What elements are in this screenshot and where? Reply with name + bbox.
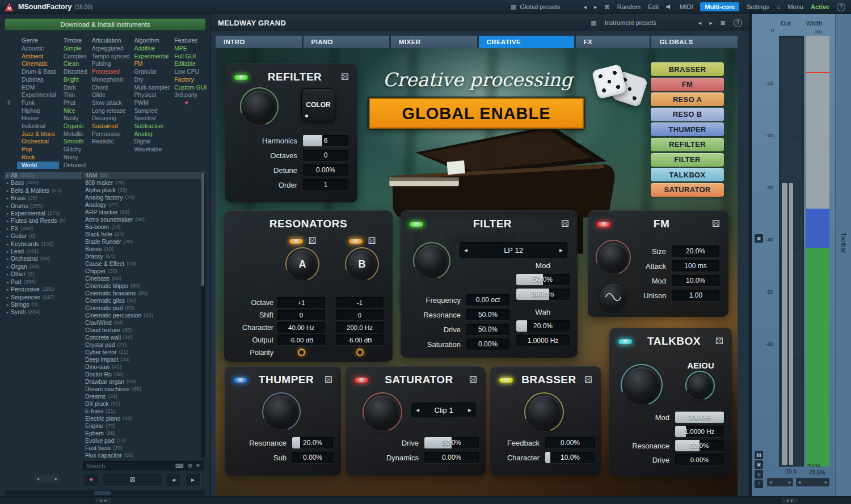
randomize-dice-icon[interactable]: ⚄ — [309, 236, 317, 245]
filter-tag[interactable]: Phat — [59, 99, 87, 107]
filter-tag[interactable]: Arpeggiated — [87, 45, 130, 53]
module-list-item[interactable]: RESO B — [651, 108, 724, 121]
preset-item[interactable]: Dino-saw (41) — [83, 363, 205, 371]
mod-rate-box[interactable]: 300 ms — [516, 289, 570, 300]
filter-tag[interactable]: Dry — [129, 76, 170, 84]
param-value-box[interactable]: 10.0% — [545, 452, 595, 463]
dice-decoration[interactable] — [590, 64, 658, 118]
module-list-item[interactable]: BRASSER — [651, 62, 724, 76]
preset-item[interactable]: Drawbar organ (18) — [83, 378, 205, 386]
tree-expander-icon[interactable]: ▸ — [5, 202, 11, 210]
param-value-box[interactable]: 1.00 — [672, 290, 719, 301]
param-value-box-a[interactable]: -6.00 dB — [277, 334, 325, 345]
resonator-b-knob[interactable]: B — [348, 251, 376, 278]
melda-logo-icon[interactable]: M — [5, 3, 14, 11]
param-value-box[interactable]: 10.0% — [672, 275, 719, 286]
module-list-item[interactable]: TALKBOX — [651, 168, 724, 181]
filter-tag[interactable]: Cinematic — [17, 60, 59, 68]
param-value-box[interactable]: 0.00% — [545, 437, 595, 448]
preset-item[interactable]: Concrete wall (40) — [83, 334, 205, 341]
preset-item[interactable]: Cause & Effect (24) — [83, 260, 205, 268]
filter-tag[interactable]: Smooth — [59, 138, 87, 146]
filter-tag[interactable]: Chord — [87, 84, 130, 92]
tree-item[interactable]: ▸ Strings (0) — [5, 301, 82, 308]
param-value-box-b[interactable]: -1 — [336, 297, 384, 308]
width-meter[interactable] — [806, 36, 829, 467]
refilter-enable-led[interactable] — [234, 74, 248, 81]
filter-tag[interactable]: Analog — [129, 130, 170, 138]
param-value-box[interactable]: 100 ms — [672, 260, 719, 272]
filter-tag[interactable]: Funk — [17, 99, 59, 107]
param-value-box[interactable]: 6 — [303, 135, 348, 146]
help-icon[interactable]: ? — [837, 3, 845, 11]
preset-item[interactable]: Crystal pad (31) — [83, 341, 205, 349]
filter-tag[interactable]: Monophonic — [87, 76, 130, 84]
favorite-button[interactable]: ♥ — [83, 473, 99, 486]
tree-item[interactable]: ▸ Keyboards (192) — [5, 240, 82, 248]
help-icon[interactable]: ? — [755, 480, 763, 488]
filter-tag[interactable]: Low CPU — [170, 68, 207, 76]
filter-tag[interactable]: Subtractive — [129, 122, 170, 130]
fm-main-knob[interactable] — [599, 243, 627, 272]
module-list-item[interactable]: RESO A — [651, 92, 724, 106]
clear-selection-button[interactable]: ⊠ — [103, 473, 162, 486]
toolbar-strip[interactable]: Toolbar — [835, 14, 851, 496]
param-value-box[interactable]: 0.00% — [424, 452, 479, 463]
tree-expander-icon[interactable]: ▸ — [5, 225, 11, 232]
tree-item[interactable]: ▸ Synth (834) — [5, 308, 82, 316]
filter-tag[interactable]: Bright — [59, 76, 87, 84]
param-value-box[interactable]: 1 — [303, 179, 348, 190]
filter-tag[interactable]: Metallic — [59, 130, 87, 138]
tree-item[interactable]: ▸ Pad (388) — [5, 278, 82, 286]
filter-tag[interactable]: Tempo synced — [87, 53, 130, 61]
tree-item[interactable]: ▸ Bass (493) — [5, 179, 82, 187]
preset-item[interactable]: Dream machines (86) — [83, 386, 205, 393]
randomize-dice-icon[interactable]: ⚄ — [368, 236, 376, 245]
preset-item[interactable]: Cloud texture (60) — [83, 327, 205, 334]
tree-item[interactable]: ▸ All (3625) — [5, 172, 82, 179]
keyboard-icon[interactable]: ⌨ — [175, 463, 183, 469]
randomize-dice-icon[interactable]: ⚄ — [712, 219, 720, 228]
param-value-box-a[interactable]: 0 — [277, 310, 325, 320]
fm-shape-knob[interactable] — [600, 284, 626, 310]
filter-tag[interactable]: House — [17, 115, 59, 122]
wah-depth-box[interactable]: 20.0% — [516, 320, 570, 332]
filter-tag[interactable]: Industrial — [17, 122, 59, 130]
filter-tag[interactable]: Digital — [129, 138, 170, 146]
randomize-dice-icon[interactable]: ⚄ — [341, 73, 349, 82]
talkbox-enable-led[interactable] — [618, 338, 633, 345]
prev-icon[interactable]: ◂ — [698, 19, 702, 27]
tree-expander-icon[interactable]: ▸ — [5, 286, 11, 293]
tree-expander-icon[interactable]: ▸ — [5, 255, 11, 262]
preset-item[interactable]: Evolve pad (12) — [83, 437, 205, 444]
preset-item[interactable]: Cinematic blipps (50) — [83, 282, 205, 290]
param-value-box[interactable]: 100.0% — [675, 412, 724, 423]
aeiou-knob[interactable] — [689, 374, 711, 397]
preset-item[interactable]: Atmo soundmaker (80) — [83, 216, 205, 223]
resonator-a-knob[interactable]: A — [289, 251, 316, 278]
preset-item[interactable]: Cinematic percussion (60) — [83, 312, 205, 319]
filter-tag[interactable]: Physical — [129, 91, 170, 99]
tree-expander-icon[interactable]: ▸ — [5, 179, 11, 187]
preset-scrollbar[interactable] — [201, 173, 205, 458]
tree-expander-icon[interactable]: ▸ — [5, 210, 11, 217]
filter-tag[interactable]: Glitchy — [59, 146, 87, 154]
thumper-enable-led[interactable] — [233, 377, 248, 383]
multicore-toggle[interactable]: Multi-core — [700, 2, 739, 11]
no-preset-icon[interactable]: ⊠ — [721, 19, 726, 27]
tree-expander-icon[interactable]: ▸ — [5, 217, 11, 225]
filter-tag[interactable]: Granular — [129, 68, 170, 76]
filter-tag[interactable]: Sampled — [129, 107, 170, 115]
tree-expander-icon[interactable]: ▸ — [5, 194, 11, 202]
preset-item[interactable]: E-bass (21) — [83, 408, 205, 415]
preset-scrollbar-thumb[interactable] — [201, 173, 204, 286]
param-value-box-b[interactable]: 200.0 Hz — [336, 322, 384, 333]
polarity-b-indicator[interactable] — [356, 349, 364, 356]
preset-item[interactable]: Ba-boom (14) — [83, 223, 205, 231]
bottom-scroll-handle[interactable]: ◂▸ — [782, 498, 798, 503]
power-icon[interactable]: ⊙ — [755, 470, 763, 478]
preset-item[interactable]: ClaviWind (54) — [83, 319, 205, 327]
randomize-dice-icon[interactable]: ⚄ — [325, 375, 332, 384]
polarity-a-indicator[interactable] — [298, 349, 305, 356]
saturator-mode-value[interactable]: Clip 1 — [419, 406, 468, 414]
